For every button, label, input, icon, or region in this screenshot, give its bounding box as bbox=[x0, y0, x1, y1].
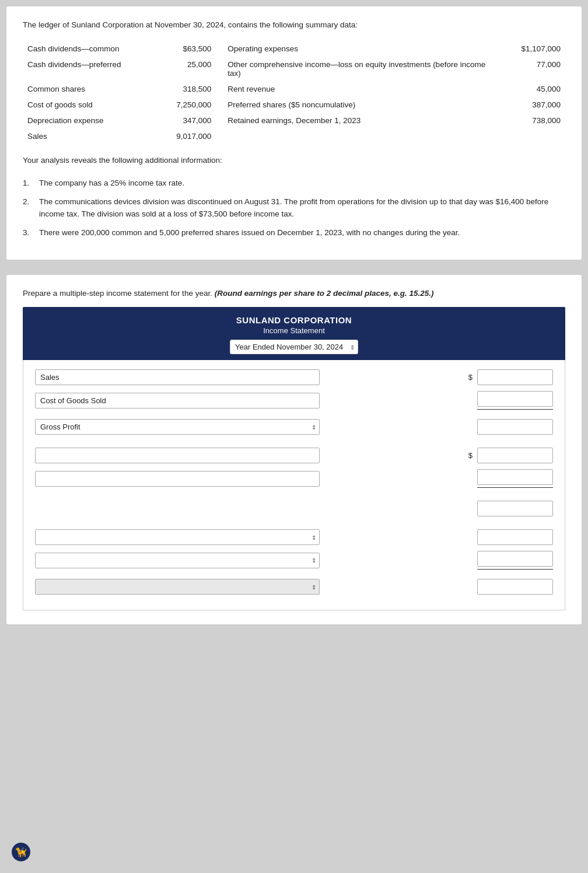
ledger-value-1: $63,500 bbox=[142, 41, 216, 57]
select3-input[interactable] bbox=[35, 579, 320, 595]
ledger-label-1: Cash dividends—common bbox=[23, 41, 142, 57]
select2-input[interactable] bbox=[35, 553, 320, 568]
ledger-label-r3: Rent revenue bbox=[216, 81, 491, 97]
list-num-1: 1. bbox=[23, 177, 39, 189]
prepare-italic: (Round earnings per share to 2 decimal p… bbox=[215, 289, 434, 298]
intro-text: The ledger of Sunland Corporation at Nov… bbox=[23, 20, 565, 29]
gross-profit-right bbox=[320, 419, 553, 435]
list-item-3: 3. There were 200,000 common and 5,000 p… bbox=[23, 227, 565, 239]
oe-left bbox=[35, 448, 320, 463]
select-row-2 bbox=[35, 551, 553, 570]
result-value-input[interactable] bbox=[477, 501, 553, 516]
list-num-3: 3. bbox=[23, 227, 39, 239]
sales-right: $ bbox=[320, 369, 553, 385]
operating-expenses-row: $ bbox=[35, 448, 553, 463]
ledger-row-4: Cost of goods sold 7,250,000 Preferred s… bbox=[23, 97, 565, 113]
oe-label-input[interactable] bbox=[35, 448, 320, 463]
select-row-3 bbox=[35, 579, 553, 595]
select2-wrapper[interactable] bbox=[35, 553, 320, 568]
ledger-value-r6 bbox=[491, 128, 565, 144]
period-dropdown[interactable]: Year Ended November 30, 2024 bbox=[230, 340, 358, 354]
ledger-card: The ledger of Sunland Corporation at Nov… bbox=[6, 6, 582, 260]
additional-list: 1. The company has a 25% income tax rate… bbox=[23, 177, 565, 239]
gross-profit-row: Gross Profit bbox=[35, 419, 553, 435]
ledger-label-r4: Preferred shares ($5 noncumulative) bbox=[216, 97, 491, 113]
cogs-right bbox=[320, 391, 553, 410]
blank1-label-input[interactable] bbox=[35, 471, 320, 487]
ledger-label-5: Depreciation expense bbox=[23, 113, 142, 128]
select3-right bbox=[320, 579, 553, 595]
sales-row: $ bbox=[35, 369, 553, 385]
select1-wrapper[interactable] bbox=[35, 529, 320, 545]
ledger-value-3: 318,500 bbox=[142, 81, 216, 97]
sales-dollar-sign: $ bbox=[468, 373, 473, 382]
select3-wrapper[interactable] bbox=[35, 579, 320, 595]
ledger-label-r2: Other comprehensive income—loss on equit… bbox=[216, 57, 491, 81]
oe-dollar-sign: $ bbox=[468, 451, 473, 460]
ledger-label-r5: Retained earnings, December 1, 2023 bbox=[216, 113, 491, 128]
ledger-value-4: 7,250,000 bbox=[142, 97, 216, 113]
company-name: SUNLAND CORPORATION bbox=[29, 315, 559, 325]
blank1-value-input[interactable] bbox=[477, 469, 553, 485]
select1-value-input[interactable] bbox=[477, 529, 553, 545]
list-num-2: 2. bbox=[23, 196, 39, 220]
oe-value-input[interactable] bbox=[477, 448, 553, 463]
select2-right bbox=[320, 551, 553, 570]
oe-right: $ bbox=[320, 448, 553, 463]
ledger-value-2: 25,000 bbox=[142, 57, 216, 81]
ledger-value-5: 347,000 bbox=[142, 113, 216, 128]
prepare-main: Prepare a multiple-step income statement… bbox=[23, 289, 212, 298]
ledger-label-4: Cost of goods sold bbox=[23, 97, 142, 113]
ledger-label-3: Common shares bbox=[23, 81, 142, 97]
gross-profit-select[interactable]: Gross Profit bbox=[35, 419, 320, 435]
ledger-label-r1: Operating expenses bbox=[216, 41, 491, 57]
gross-profit-value-input[interactable] bbox=[477, 419, 553, 435]
blank-row-1 bbox=[35, 469, 553, 488]
select1-right bbox=[320, 529, 553, 545]
sales-value-input[interactable] bbox=[477, 369, 553, 385]
blank1-left bbox=[35, 471, 320, 487]
list-text-3: There were 200,000 common and 5,000 pref… bbox=[39, 227, 460, 239]
list-text-2: The communications devices division was … bbox=[39, 196, 565, 220]
list-item-1: 1. The company has a 25% income tax rate… bbox=[23, 177, 565, 189]
select1-input[interactable] bbox=[35, 529, 320, 545]
ledger-label-r6 bbox=[216, 128, 491, 144]
ledger-value-6: 9,017,000 bbox=[142, 128, 216, 144]
ledger-row-5: Depreciation expense 347,000 Retained ea… bbox=[23, 113, 565, 128]
ledger-value-r2: 77,000 bbox=[491, 57, 565, 81]
statement-type: Income Statement bbox=[29, 326, 559, 335]
gross-profit-select-wrapper[interactable]: Gross Profit bbox=[35, 419, 320, 435]
ledger-value-r5: 738,000 bbox=[491, 113, 565, 128]
select-row-1 bbox=[35, 529, 553, 545]
select2-value-input[interactable] bbox=[477, 551, 553, 567]
income-body: $ Gross Profit bbox=[23, 360, 565, 610]
prepare-text: Prepare a multiple-step income statement… bbox=[23, 289, 565, 298]
additional-info-title: Your analysis reveals the following addi… bbox=[23, 156, 565, 165]
income-header: SUNLAND CORPORATION Income Statement Yea… bbox=[23, 307, 565, 360]
sales-label-input[interactable] bbox=[35, 369, 320, 385]
cogs-left bbox=[35, 393, 320, 408]
ledger-table: Cash dividends—common $63,500 Operating … bbox=[23, 41, 565, 144]
ledger-label-2: Cash dividends—preferred bbox=[23, 57, 142, 81]
ledger-row-1: Cash dividends—common $63,500 Operating … bbox=[23, 41, 565, 57]
ledger-row-2: Cash dividends—preferred 25,000 Other co… bbox=[23, 57, 565, 81]
cogs-value-input[interactable] bbox=[477, 391, 553, 407]
ledger-label-6: Sales bbox=[23, 128, 142, 144]
ledger-row-3: Common shares 318,500 Rent revenue 45,00… bbox=[23, 81, 565, 97]
sales-left bbox=[35, 369, 320, 385]
ledger-value-r4: 387,000 bbox=[491, 97, 565, 113]
ledger-value-r3: 45,000 bbox=[491, 81, 565, 97]
cogs-row bbox=[35, 391, 553, 410]
blank1-right bbox=[320, 469, 553, 488]
ledger-row-6: Sales 9,017,000 bbox=[23, 128, 565, 144]
cogs-label-input[interactable] bbox=[35, 393, 320, 408]
ledger-value-r1: $1,107,000 bbox=[491, 41, 565, 57]
period-select-wrapper[interactable]: Year Ended November 30, 2024 bbox=[230, 340, 358, 354]
income-statement-card: Prepare a multiple-step income statement… bbox=[6, 274, 582, 625]
result-row bbox=[35, 501, 553, 516]
select3-value-input[interactable] bbox=[477, 579, 553, 595]
result-right bbox=[320, 501, 553, 516]
list-text-1: The company has a 25% income tax rate. bbox=[39, 177, 184, 189]
list-item-2: 2. The communications devices division w… bbox=[23, 196, 565, 220]
